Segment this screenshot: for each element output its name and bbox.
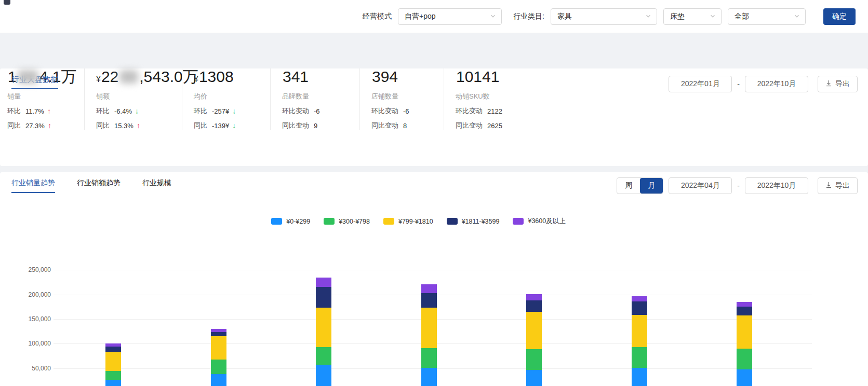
- kpi-stat-row: 同比变动8: [371, 121, 444, 130]
- bar-segment-202207[interactable]: [421, 348, 437, 368]
- bar-segment-202205[interactable]: [211, 360, 226, 374]
- gridline: [54, 270, 812, 270]
- mode-select[interactable]: 自营+pop: [398, 8, 502, 25]
- mode-filter-label: 经营模式: [363, 12, 392, 21]
- industry-trend-card: 行业销量趋势 行业销额趋势 行业规模 周 月 2022年04月 - 2022年1…: [0, 172, 868, 386]
- kpi-stat-row: 环比11.7%↑: [7, 106, 84, 116]
- top-filter-bar: 经营模式 自营+pop 行业类目: 家具 床垫 全部 确定: [0, 0, 868, 33]
- bar-segment-202210[interactable]: [737, 307, 752, 315]
- kpi-value: ¥22,543.0万: [96, 68, 182, 88]
- trend-arrow-icon: ↓: [232, 108, 236, 115]
- bar-segment-202208[interactable]: [526, 349, 542, 370]
- kpi-value: 341: [282, 68, 359, 88]
- category-filter-label: 行业类目:: [513, 12, 544, 21]
- bar-segment-202210[interactable]: [737, 315, 752, 349]
- kpi-stat-row: 同比变动2625: [456, 121, 563, 130]
- trend-arrow-icon: ↓: [135, 108, 139, 115]
- bar-segment-202206[interactable]: [316, 287, 331, 308]
- bar-segment-202205[interactable]: [211, 336, 226, 360]
- bar-segment-202209[interactable]: [632, 301, 647, 315]
- bar-segment-202208[interactable]: [526, 294, 542, 300]
- kpi-stat-row: 同比变动9: [282, 121, 359, 130]
- download-icon: [825, 80, 832, 88]
- kpi-stat-row: 同比-139¥↓: [194, 121, 270, 130]
- bar-segment-202204[interactable]: [105, 371, 121, 380]
- kpi-stat-row: 环比-6.4%↓: [96, 106, 182, 116]
- industry-overview-card: 行业大盘数据 2022年01月 - 2022年10月 导出 14.1万 销量 环…: [0, 68, 868, 166]
- overview-end-date-input[interactable]: 2022年10月: [745, 76, 808, 92]
- y-axis-tick-label: 150,000: [19, 315, 51, 323]
- bar-segment-202207[interactable]: [421, 368, 437, 386]
- stacked-bar-chart: 050,000100,000150,000200,000250,00020220…: [0, 172, 868, 386]
- kpi-brand-count: 341 品牌数量 环比变动-6 同比变动9: [270, 68, 359, 130]
- kpi-stat-row: 同比27.3%↑: [7, 121, 84, 130]
- subcategory-select-value: 床垫: [670, 12, 685, 21]
- chevron-down-icon: [794, 12, 800, 21]
- kpi-stat-row: 环比-257¥↓: [194, 106, 270, 116]
- third-level-select-value: 全部: [735, 12, 749, 21]
- kpi-shop-count: 394 店铺数量 环比变动-6 同比变动8: [359, 68, 444, 130]
- bar-segment-202205[interactable]: [211, 374, 226, 386]
- bar-segment-202210[interactable]: [737, 369, 752, 386]
- bar-segment-202208[interactable]: [526, 300, 542, 312]
- kpi-sales-amount: ¥22,543.0万 销额 环比-6.4%↓ 同比15.3%↑: [84, 68, 182, 130]
- bar-segment-202210[interactable]: [737, 302, 752, 307]
- bar-segment-202206[interactable]: [316, 347, 331, 365]
- bar-segment-202204[interactable]: [105, 343, 121, 347]
- kpi-value: ¥1308: [194, 68, 270, 88]
- bar-segment-202209[interactable]: [632, 347, 647, 368]
- kpi-label: 均价: [194, 92, 270, 101]
- bar-segment-202204[interactable]: [105, 347, 121, 352]
- masked-value-patch: [18, 70, 38, 84]
- category-select[interactable]: 家具: [551, 8, 657, 25]
- mode-select-value: 自营+pop: [405, 12, 436, 21]
- kpi-stat-row: 同比15.3%↑: [96, 121, 182, 130]
- bar-segment-202206[interactable]: [316, 365, 331, 386]
- subcategory-select[interactable]: 床垫: [663, 8, 722, 25]
- logo-fragment: [4, 0, 10, 5]
- kpi-label: 店铺数量: [371, 92, 444, 101]
- chevron-down-icon: [710, 12, 716, 21]
- bar-segment-202210[interactable]: [737, 349, 752, 369]
- export-label: 导出: [835, 79, 850, 89]
- y-axis-tick-label: 250,000: [19, 266, 51, 273]
- bar-segment-202209[interactable]: [632, 315, 647, 347]
- masked-value-patch: [119, 70, 138, 84]
- trend-arrow-icon: ↑: [137, 122, 140, 129]
- trend-arrow-icon: ↑: [47, 108, 51, 115]
- bar-segment-202206[interactable]: [316, 278, 331, 287]
- chevron-down-icon: [490, 12, 496, 21]
- bar-segment-202207[interactable]: [421, 284, 437, 293]
- y-axis-tick-label: 50,000: [19, 365, 51, 372]
- range-separator: -: [737, 80, 740, 88]
- overview-export-button[interactable]: 导出: [818, 76, 858, 92]
- kpi-active-sku-count: 10141 动销SKU数 环比变动2122 同比变动2625: [444, 68, 563, 130]
- category-select-value: 家具: [557, 12, 572, 21]
- bar-segment-202205[interactable]: [211, 332, 226, 337]
- bar-segment-202207[interactable]: [421, 308, 437, 348]
- kpi-value: 394: [371, 68, 444, 88]
- overview-start-date-input[interactable]: 2022年01月: [669, 76, 732, 92]
- bar-segment-202205[interactable]: [211, 329, 226, 332]
- bar-segment-202206[interactable]: [316, 308, 331, 347]
- kpi-average-price: ¥1308 均价 环比-257¥↓ 同比-139¥↓: [182, 68, 270, 130]
- kpi-stat-row: 环比变动-6: [371, 106, 444, 116]
- bar-segment-202208[interactable]: [526, 312, 542, 349]
- bar-segment-202204[interactable]: [105, 352, 121, 371]
- kpi-label: 动销SKU数: [456, 92, 563, 101]
- bar-segment-202207[interactable]: [421, 293, 437, 308]
- bar-segment-202209[interactable]: [632, 368, 647, 386]
- bar-segment-202209[interactable]: [632, 296, 647, 301]
- kpi-value: 10141: [456, 68, 563, 88]
- y-axis-tick-label: 100,000: [19, 340, 51, 347]
- confirm-button[interactable]: 确定: [823, 8, 856, 25]
- trend-arrow-icon: ↓: [232, 122, 236, 129]
- bar-segment-202208[interactable]: [526, 370, 542, 386]
- kpi-stat-row: 环比变动2122: [456, 106, 563, 116]
- bar-segment-202204[interactable]: [105, 380, 121, 386]
- kpi-stat-row: 环比变动-6: [282, 106, 359, 116]
- third-level-select[interactable]: 全部: [728, 8, 806, 25]
- trend-arrow-icon: ↑: [48, 122, 51, 129]
- kpi-label: 销额: [96, 92, 182, 101]
- kpi-label: 销量: [7, 92, 84, 101]
